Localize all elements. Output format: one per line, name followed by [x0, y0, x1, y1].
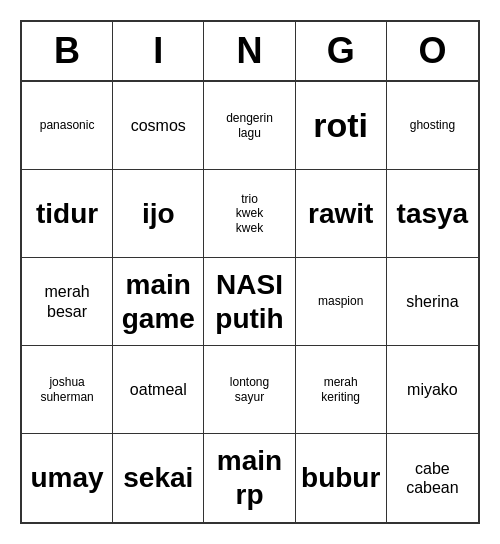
header-letter: N: [204, 22, 295, 80]
bingo-cell: sherina: [387, 258, 478, 346]
bingo-cell: NASIputih: [204, 258, 295, 346]
bingo-cell: tidur: [22, 170, 113, 258]
cell-text: cosmos: [131, 116, 186, 135]
bingo-cell: roti: [296, 82, 387, 170]
bingo-cell: ghosting: [387, 82, 478, 170]
cell-text: dengerinlagu: [226, 111, 273, 140]
bingo-cell: triokwekkwek: [204, 170, 295, 258]
bingo-cell: merahbesar: [22, 258, 113, 346]
cell-text: ijo: [142, 197, 175, 231]
bingo-cell: panasonic: [22, 82, 113, 170]
bingo-cell: sekai: [113, 434, 204, 522]
bingo-grid: panasoniccosmosdengerinlagurotighostingt…: [22, 82, 478, 522]
cell-text: merahkeriting: [321, 375, 360, 404]
header-letter: O: [387, 22, 478, 80]
bingo-cell: maspion: [296, 258, 387, 346]
cell-text: umay: [31, 461, 104, 495]
bingo-header: BINGO: [22, 22, 478, 82]
cell-text: NASIputih: [215, 268, 283, 335]
cell-text: lontongsayur: [230, 375, 269, 404]
cell-text: rawit: [308, 197, 373, 231]
header-letter: G: [296, 22, 387, 80]
cell-text: sherina: [406, 292, 458, 311]
cell-text: miyako: [407, 380, 458, 399]
bingo-cell: rawit: [296, 170, 387, 258]
cell-text: triokwekkwek: [236, 192, 263, 235]
header-letter: I: [113, 22, 204, 80]
bingo-cell: cabecabean: [387, 434, 478, 522]
bingo-cell: ijo: [113, 170, 204, 258]
cell-text: tasya: [397, 197, 469, 231]
bingo-cell: tasya: [387, 170, 478, 258]
bingo-cell: dengerinlagu: [204, 82, 295, 170]
bingo-cell: cosmos: [113, 82, 204, 170]
cell-text: sekai: [123, 461, 193, 495]
bingo-cell: miyako: [387, 346, 478, 434]
bingo-cell: umay: [22, 434, 113, 522]
header-letter: B: [22, 22, 113, 80]
bingo-cell: merahkeriting: [296, 346, 387, 434]
bingo-cell: oatmeal: [113, 346, 204, 434]
cell-text: cabecabean: [406, 459, 459, 497]
cell-text: roti: [313, 105, 368, 146]
cell-text: merahbesar: [44, 282, 89, 320]
bingo-cell: mainrp: [204, 434, 295, 522]
cell-text: panasonic: [40, 118, 95, 132]
bingo-card: BINGO panasoniccosmosdengerinlagurotigho…: [20, 20, 480, 524]
bingo-cell: lontongsayur: [204, 346, 295, 434]
bingo-cell: bubur: [296, 434, 387, 522]
cell-text: bubur: [301, 461, 380, 495]
cell-text: ghosting: [410, 118, 455, 132]
cell-text: joshuasuherman: [40, 375, 93, 404]
bingo-cell: joshuasuherman: [22, 346, 113, 434]
cell-text: mainrp: [217, 444, 282, 511]
bingo-cell: maingame: [113, 258, 204, 346]
cell-text: tidur: [36, 197, 98, 231]
cell-text: maspion: [318, 294, 363, 308]
cell-text: oatmeal: [130, 380, 187, 399]
cell-text: maingame: [122, 268, 195, 335]
